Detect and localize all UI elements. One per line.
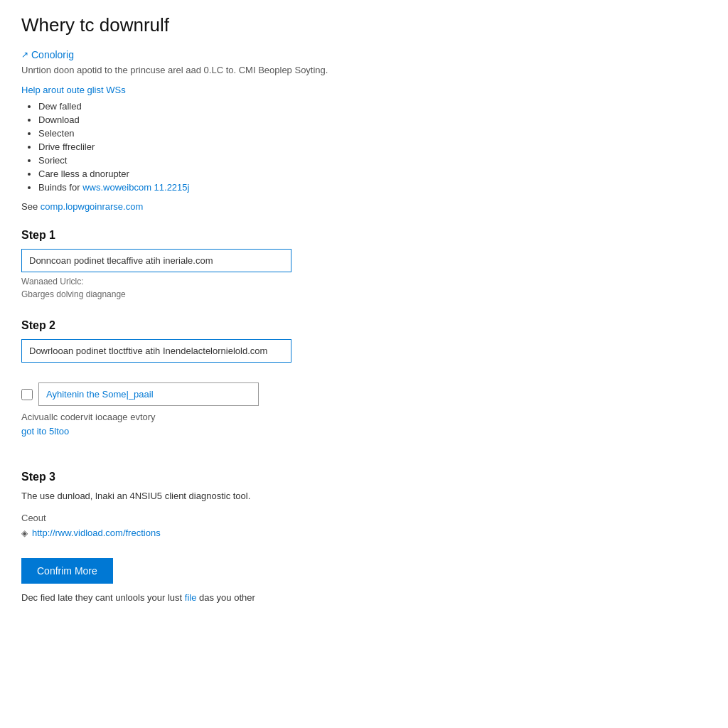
list-item: Dew falled	[38, 101, 476, 112]
checkbox-label-field[interactable]	[38, 382, 259, 406]
list-item: Care lless a dnorupter	[38, 168, 476, 179]
page-title: Whery tc downrulf	[21, 14, 476, 36]
section-link-label: Conolorig	[31, 49, 74, 60]
footer-note: Dec fied late they cant unlools your lus…	[21, 592, 476, 603]
step2-input[interactable]	[21, 339, 291, 363]
checkbox-row	[21, 382, 476, 406]
list-item: Soriect	[38, 155, 476, 166]
list-item: Selecten	[38, 128, 476, 139]
checkbox-input[interactable]	[21, 389, 33, 400]
location-link[interactable]: http://rww.vidload.com/frections	[32, 528, 161, 538]
ceout-label: Ceout	[21, 513, 476, 523]
description-text: Unrtion doon apotid to the princuse arel…	[21, 65, 476, 75]
see-also: See comp.lopwgoinrarse.com	[21, 201, 476, 212]
arrow-icon: ↗	[21, 50, 28, 60]
actually-text: Acivuallc codervit iocaage evtory	[21, 412, 476, 422]
location-icon: ◈	[21, 528, 28, 538]
step3-description: The use dunload, lnaki an 4NSIU5 client …	[21, 491, 476, 501]
bullet-external-link[interactable]: wws.woweibcom 11.2215j	[82, 182, 189, 193]
section-link[interactable]: ↗ Conolorig	[21, 49, 476, 60]
step1-note2: Gbarges dolving diagnange	[21, 289, 476, 299]
see-also-link[interactable]: comp.lopwgoinrarse.com	[41, 201, 144, 212]
list-item-prefix: Buinds for	[38, 182, 82, 193]
location-row: ◈ http://rww.vidload.com/frections	[21, 528, 476, 538]
list-item-with-link: Buinds for wws.woweibcom 11.2215j	[38, 182, 476, 193]
got-it-link[interactable]: got ito 5ltoo	[21, 426, 69, 437]
confirm-button[interactable]: Confrim More	[21, 558, 113, 584]
checkbox-section: Acivuallc codervit iocaage evtory got it…	[21, 382, 476, 451]
step2-section: Step 2	[21, 319, 476, 363]
step3-section: Step 3 The use dunload, lnaki an 4NSIU5 …	[21, 471, 476, 538]
footer-prefix: Dec fied late they cant unlools your lus…	[21, 592, 185, 603]
step1-note1: Wanaaed Urlclc:	[21, 277, 476, 287]
step1-label: Step 1	[21, 229, 476, 242]
see-also-prefix: See	[21, 201, 41, 212]
help-link[interactable]: Help arout oute glist WSs	[21, 85, 126, 95]
footer-suffix: das you other	[196, 592, 255, 603]
step2-label: Step 2	[21, 319, 476, 332]
bullet-list: Dew falled Download Selecten Drive ffrec…	[21, 101, 476, 193]
step1-input[interactable]	[21, 249, 291, 272]
step3-label: Step 3	[21, 471, 476, 483]
footer-file-link[interactable]: file	[185, 592, 197, 603]
list-item: Download	[38, 114, 476, 125]
step1-section: Step 1 Wanaaed Urlclc: Gbarges dolving d…	[21, 229, 476, 299]
list-item: Drive ffrecliler	[38, 141, 476, 152]
